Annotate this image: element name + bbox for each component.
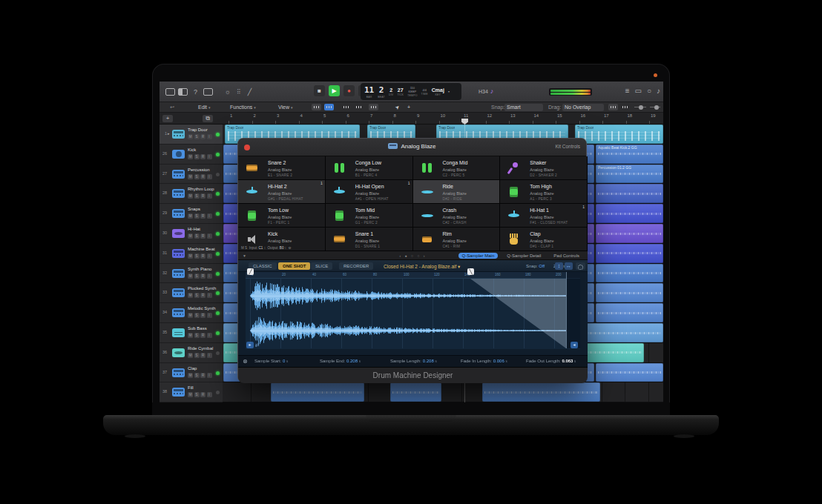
drum-pad[interactable]: 1Hi-Hat OpenAnalog BlazeA#1 - OPEN HIHAT: [326, 180, 413, 204]
track-header-row[interactable]: 30Hi-HatMSRI: [160, 224, 223, 244]
ruler-bar-number[interactable]: 12: [487, 113, 493, 118]
ruler-bar-number[interactable]: 15: [557, 113, 562, 118]
kit-controls-link[interactable]: Kit Controls: [555, 144, 580, 149]
audio-region[interactable]: [596, 244, 663, 263]
record-enable-dot[interactable]: [216, 272, 220, 276]
record-enable-dot[interactable]: [216, 391, 220, 394]
record-enable-dot[interactable]: [216, 133, 220, 136]
loop-browser-icon[interactable]: ○: [647, 87, 651, 95]
track-header-row[interactable]: 29SnapsMSRI: [160, 204, 223, 224]
pad-mute-button[interactable]: M: [241, 246, 244, 250]
zoom-vertical-button[interactable]: ↕: [555, 262, 563, 270]
track-s-button[interactable]: S: [194, 233, 200, 239]
sample-file-select[interactable]: Closed Hi-Hat 2 - Analog Blaze.aif ▾: [384, 264, 460, 270]
track-header-row[interactable]: 31Machine BeatMSRI: [160, 244, 223, 264]
vertical-zoom-slider[interactable]: [634, 107, 646, 107]
record-enable-dot[interactable]: [216, 311, 220, 315]
track-r-button[interactable]: R: [200, 134, 206, 139]
record-enable-dot[interactable]: [216, 153, 220, 156]
sample-info-item[interactable]: Fade In Length: 0.006 s: [461, 359, 507, 363]
drum-pad[interactable]: RimAnalog BlazeC#1 - RIM: [413, 228, 501, 251]
track-s-button[interactable]: S: [194, 333, 200, 338]
catch-playhead-button[interactable]: [369, 104, 378, 110]
drum-pad[interactable]: Conga LowAnalog BlazeB1 - PERC 4: [326, 156, 413, 180]
sample-info-item[interactable]: Sample Start: 0 s: [254, 359, 288, 363]
notes-panel-icon[interactable]: ▭: [635, 87, 642, 95]
audio-region[interactable]: [596, 224, 663, 243]
automation-button[interactable]: [341, 104, 351, 110]
track-s-button[interactable]: S: [194, 253, 200, 259]
sampler-settings-gear-icon[interactable]: [576, 262, 585, 270]
library-toggle-icon[interactable]: [165, 88, 175, 96]
dmd-window-titlebar[interactable]: Drum Machine Designer: [238, 367, 588, 383]
ruler-bar-number[interactable]: 5: [323, 113, 326, 118]
track-r-button[interactable]: R: [200, 293, 206, 298]
sample-snap-select[interactable]: Snap: Off: [526, 264, 545, 268]
audio-region[interactable]: [482, 382, 600, 402]
track-i-button[interactable]: I: [207, 233, 212, 239]
drum-pad[interactable]: Conga MidAnalog BlazeC2 - PERC 5: [413, 156, 501, 180]
track-header-row[interactable]: 26KickMSRI: [160, 145, 223, 165]
ruler-bar-number[interactable]: 2: [254, 113, 256, 118]
record-enable-dot[interactable]: [216, 212, 220, 216]
drum-pad[interactable]: ShakerAnalog BlazeD2 - SHAKER 2: [500, 156, 588, 180]
ruler-bar-number[interactable]: 6: [347, 113, 349, 118]
ruler-bar-number[interactable]: 9: [417, 113, 419, 118]
menu-functions[interactable]: Functions ▾: [230, 105, 256, 110]
track-i-button[interactable]: I: [207, 134, 212, 139]
track-i-button[interactable]: I: [207, 273, 212, 279]
grid-view-button[interactable]: [312, 104, 321, 110]
mixer-icon[interactable]: ⫶⫶: [234, 88, 243, 96]
track-lane[interactable]: [223, 382, 663, 402]
track-s-button[interactable]: S: [194, 392, 200, 397]
track-i-button[interactable]: I: [207, 313, 212, 318]
mode-slice-button[interactable]: SLICE: [311, 262, 332, 270]
drum-pad[interactable]: RideAnalog BlazeD#2 - RIDE: [413, 180, 501, 204]
track-header-row[interactable]: 36Ride CymbalMSRI: [160, 343, 223, 363]
track-header-row[interactable]: 38FillMSRI: [160, 382, 223, 402]
snap-select[interactable]: Smart: [504, 104, 543, 111]
audio-region[interactable]: [596, 184, 663, 203]
track-i-button[interactable]: I: [207, 293, 212, 298]
drum-pad[interactable]: Tom HighAnalog BlazeA1 - PERC 3: [500, 180, 588, 204]
fade-in-handle[interactable]: ╱: [247, 268, 254, 275]
audio-region[interactable]: [271, 382, 364, 402]
audio-region[interactable]: [596, 264, 663, 283]
drum-pad[interactable]: KickAnalog BlazeM S Input: C1 ↕ Output: …: [238, 228, 326, 251]
ruler-bar-number[interactable]: 19: [651, 113, 656, 118]
ruler-bar-number[interactable]: 7: [370, 113, 372, 118]
track-m-button[interactable]: M: [188, 293, 193, 298]
back-icon[interactable]: ↩: [170, 105, 174, 110]
ruler-bar-number[interactable]: 4: [300, 113, 303, 118]
drum-pad[interactable]: ClapAnalog BlazeD#1 - CLAP 1: [500, 228, 588, 251]
record-button[interactable]: ●: [343, 85, 355, 96]
pointer-tool[interactable]: ➤: [394, 104, 401, 111]
track-m-button[interactable]: M: [188, 174, 193, 179]
ruler-bar-number[interactable]: 18: [628, 113, 633, 118]
vertical-autozoom-button[interactable]: [620, 104, 630, 110]
ruler-bar-number[interactable]: 17: [604, 113, 609, 118]
ruler-bar-number[interactable]: 14: [534, 113, 539, 118]
track-r-button[interactable]: R: [200, 154, 206, 159]
drum-pad[interactable]: CrashAnalog BlazeC#2 - CRASH: [413, 204, 501, 228]
track-m-button[interactable]: M: [188, 154, 193, 159]
flex-button[interactable]: [354, 104, 364, 110]
media-browser-icon[interactable]: ♪: [657, 87, 660, 95]
record-enable-dot[interactable]: [216, 252, 220, 256]
tab-q-sampler-detail[interactable]: Q-Sampler Detail: [503, 253, 545, 259]
disclosure-icon[interactable]: ▸: [168, 131, 170, 136]
audio-region[interactable]: [596, 283, 663, 302]
smart-controls-icon[interactable]: ☼: [223, 88, 232, 96]
track-r-button[interactable]: R: [200, 353, 206, 358]
record-enable-dot[interactable]: [216, 192, 220, 196]
pad-solo-button[interactable]: S: [245, 246, 247, 250]
list-editors-icon[interactable]: ≡: [625, 87, 630, 95]
tab-pad-controls[interactable]: Pad Controls: [550, 253, 583, 259]
bar-ruler[interactable]: + ⧉ 12345678910111213141516171819: [160, 113, 663, 125]
track-s-button[interactable]: S: [194, 134, 200, 139]
track-header-row[interactable]: 1▸Trap DoorMSRI: [160, 125, 223, 145]
ruler-bar-number[interactable]: 3: [277, 113, 279, 118]
track-r-button[interactable]: R: [200, 233, 206, 239]
mode-one-shot-button[interactable]: ONE SHOT: [278, 262, 310, 270]
audio-region[interactable]: [390, 382, 441, 402]
